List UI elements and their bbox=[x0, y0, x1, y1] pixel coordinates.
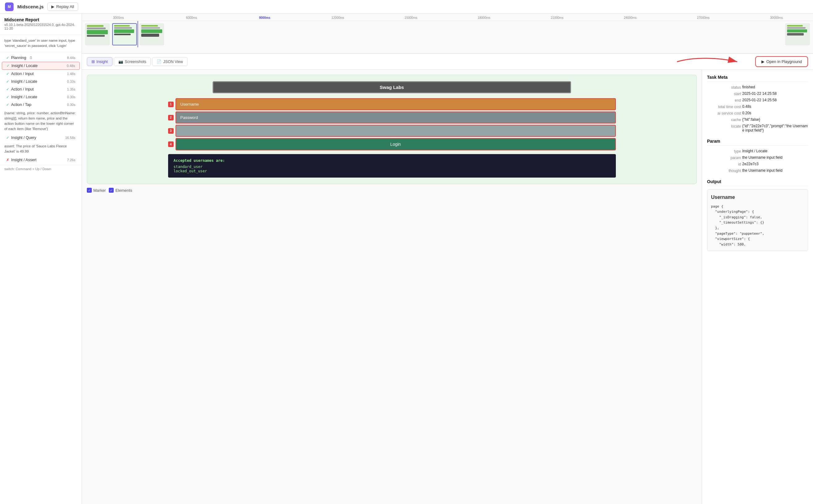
tabs-row: ⊞ Insight 📷 Screenshots 📄 JSON View bbox=[82, 54, 813, 70]
sidebar-description: type 'standard_user' in user name input,… bbox=[0, 35, 82, 52]
meta-row-start: start 2025-01-22 14:25:58 bbox=[707, 91, 808, 96]
empty-input[interactable] bbox=[175, 125, 616, 137]
marker-checkbox-box: ✓ bbox=[87, 188, 92, 193]
red-arrow-svg bbox=[674, 56, 742, 68]
output-box: Username page { "underlyingPage": { "_is… bbox=[707, 189, 808, 251]
meta-key-ai-cost: ai service cost bbox=[707, 111, 741, 115]
meta-row-ai-cost: ai service cost 0.20s bbox=[707, 111, 808, 115]
info-value-1: standard_user bbox=[174, 165, 610, 169]
meta-row-total-time: total time cost 0.48s bbox=[707, 104, 808, 109]
sidebar-hint: switch: Command + Up / Down bbox=[0, 165, 82, 173]
meta-val-cache: {"hit":false} bbox=[742, 117, 808, 122]
param-row-thought: thought the Username input field bbox=[707, 168, 808, 173]
tick-3000: 3000ms bbox=[82, 16, 155, 19]
play-circle-icon: ▶ bbox=[761, 59, 765, 64]
tick-27000: 27000ms bbox=[667, 16, 740, 19]
tick-15000: 15000ms bbox=[374, 16, 448, 19]
app-container: M Midscene.js ▶ Replay All Midscene Repo… bbox=[0, 0, 813, 504]
sidebar-meta: v0.10.1-beta-20250122031524.0, gpt-4o-20… bbox=[4, 23, 77, 30]
timeline[interactable]: 3000ms 6000ms 9000ms 12000ms 15000ms 180… bbox=[82, 14, 813, 54]
output-section: Output Username page { "underlyingPage":… bbox=[707, 179, 808, 251]
sidebar-header: Midscene Report v0.10.1-beta-20250122031… bbox=[0, 17, 82, 33]
check-icon: ✓ bbox=[6, 103, 9, 107]
task-meta-section: Task Meta status finished start 2025-01-… bbox=[707, 75, 808, 132]
info-box: Accepted usernames are: standard_user lo… bbox=[168, 154, 616, 178]
param-val-param: the Username input field bbox=[742, 155, 808, 160]
topbar: M Midscene.js ▶ Replay All bbox=[0, 0, 813, 14]
open-in-playground-button[interactable]: ▶ Open in Playground bbox=[755, 56, 808, 67]
meta-key-total-time: total time cost bbox=[707, 104, 741, 109]
param-val-id: 2e22e7c3 bbox=[742, 162, 808, 166]
tick-24000: 24000ms bbox=[594, 16, 667, 19]
info-value-2: locked_out_user bbox=[174, 169, 610, 173]
sidebar-item-action-input-2[interactable]: ✓ Action / Input 1.35s bbox=[2, 86, 80, 93]
preview-container: Swag Labs 1 Username bbox=[87, 75, 697, 184]
main-panel: Swag Labs 1 Username bbox=[82, 70, 702, 504]
sidebar-item-action-input-1[interactable]: ✓ Action / Input 1.48s bbox=[2, 70, 80, 78]
cross-icon: ✗ bbox=[6, 158, 9, 162]
sidebar-item-insight-locate-2[interactable]: ✓ Insight / Locate 0.33s bbox=[2, 78, 80, 85]
login-form: 1 Username 2 Password bbox=[168, 98, 616, 150]
info-label: Accepted usernames are: bbox=[174, 158, 610, 163]
tick-6000: 6000ms bbox=[155, 16, 228, 19]
meta-val-end: 2025-01-22 14:25:58 bbox=[742, 98, 808, 102]
tab-json-view[interactable]: 📄 JSON View bbox=[152, 57, 187, 66]
password-input[interactable]: Password bbox=[175, 111, 616, 124]
param-val-thought: the Username input field bbox=[742, 168, 808, 173]
meta-row-cache: cache {"hit":false} bbox=[707, 117, 808, 122]
arrow-container bbox=[674, 56, 742, 68]
checkbox-row: ✓ Marker ✓ Elements bbox=[87, 188, 697, 193]
timeline-thumb-3[interactable] bbox=[139, 23, 164, 45]
check-icon: ✓ bbox=[6, 64, 10, 68]
elements-checkbox[interactable]: ✓ Elements bbox=[109, 188, 132, 193]
right-panel: Task Meta status finished start 2025-01-… bbox=[702, 70, 813, 504]
sidebar-report-title: Midscene Report bbox=[4, 17, 77, 22]
timeline-thumb-2[interactable] bbox=[112, 23, 137, 45]
meta-val-ai-cost: 0.20s bbox=[742, 111, 808, 115]
sidebar-item-insight-assert[interactable]: ✗ Insight / Assert 7.26s bbox=[2, 156, 80, 164]
json-icon: 📄 bbox=[157, 59, 162, 64]
timeline-ruler: 3000ms 6000ms 9000ms 12000ms 15000ms 180… bbox=[82, 14, 813, 21]
app-logo: M bbox=[5, 2, 14, 11]
tick-9000: 9000ms bbox=[228, 16, 301, 19]
check-icon: ✓ bbox=[6, 87, 9, 91]
app-title: Midscene.js bbox=[17, 4, 44, 9]
meta-row-locate: locate {"id":"2e22e7c3","prompt":"the Us… bbox=[707, 124, 808, 132]
replay-all-button[interactable]: ▶ Replay All bbox=[47, 2, 78, 11]
param-key-type: type bbox=[707, 149, 741, 153]
meta-val-status: finished bbox=[742, 85, 808, 89]
timeline-cursor bbox=[137, 21, 138, 47]
meta-row-end: end 2025-01-22 14:25:58 bbox=[707, 98, 808, 103]
param-key-param: param bbox=[707, 155, 741, 160]
sidebar: Midscene Report v0.10.1-beta-20250122031… bbox=[0, 14, 82, 504]
username-input[interactable]: Username bbox=[175, 98, 616, 110]
tick-30000: 30000ms bbox=[740, 16, 813, 19]
field-number-4: 4 bbox=[168, 141, 174, 147]
sidebar-item-insight-locate-1[interactable]: ✓ Insight / Locate 0.48s bbox=[2, 62, 80, 70]
login-button-preview[interactable]: Login bbox=[175, 138, 616, 150]
check-icon: ✓ bbox=[6, 72, 9, 76]
tab-insight[interactable]: ⊞ Insight bbox=[87, 57, 112, 66]
param-row-id: id 2e22e7c3 bbox=[707, 162, 808, 166]
form-field-username: 1 Username bbox=[168, 98, 616, 110]
form-field-empty: 3 bbox=[168, 125, 616, 137]
check-icon: ✓ bbox=[6, 79, 9, 84]
timeline-thumbs bbox=[82, 21, 813, 47]
marker-checkbox[interactable]: ✓ Marker bbox=[87, 188, 106, 193]
insight-icon: ⊞ bbox=[91, 59, 95, 64]
sidebar-item-insight-locate-3[interactable]: ✓ Insight / Locate 0.30s bbox=[2, 93, 80, 101]
meta-key-start: start bbox=[707, 91, 741, 96]
timeline-thumb-far[interactable] bbox=[785, 23, 810, 45]
timeline-thumb-1[interactable] bbox=[85, 23, 110, 45]
param-key-id: id bbox=[707, 162, 741, 166]
swag-labs-banner: Swag Labs bbox=[213, 81, 571, 93]
sidebar-item-planning[interactable]: ✓ Planning 🗒 8.44s bbox=[2, 54, 80, 61]
sidebar-assert-description: assert: The price of 'Sauce Labs Fleece … bbox=[0, 142, 82, 156]
tab-screenshots[interactable]: 📷 Screenshots bbox=[114, 57, 151, 66]
sidebar-item-insight-query[interactable]: ✓ Insight / Query 16.58s bbox=[2, 134, 80, 141]
output-item-title: Username bbox=[711, 193, 804, 201]
tick-18000: 18000ms bbox=[448, 16, 521, 19]
main-layout: Midscene Report v0.10.1-beta-20250122031… bbox=[0, 14, 813, 504]
sidebar-item-action-tap[interactable]: ✓ Action / Tap 0.30s bbox=[2, 101, 80, 108]
field-number-3: 3 bbox=[168, 128, 174, 134]
